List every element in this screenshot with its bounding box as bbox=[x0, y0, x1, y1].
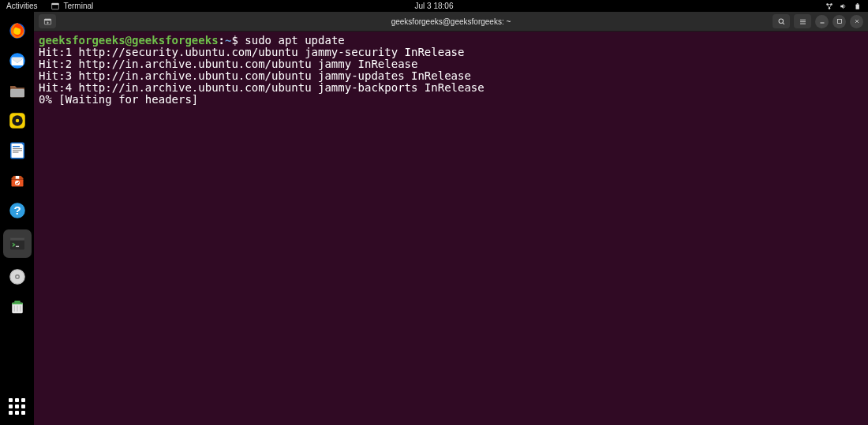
dock-trash[interactable] bbox=[6, 296, 28, 318]
svg-rect-17 bbox=[13, 150, 22, 151]
svg-rect-33 bbox=[14, 301, 21, 303]
dock-files[interactable] bbox=[6, 80, 28, 102]
power-icon bbox=[854, 2, 862, 10]
svg-rect-32 bbox=[12, 303, 23, 304]
dock-terminal[interactable] bbox=[3, 229, 32, 258]
system-tray[interactable] bbox=[825, 2, 862, 10]
svg-rect-26 bbox=[15, 246, 18, 247]
prompt-dollar: $ bbox=[231, 34, 238, 47]
prompt-colon: : bbox=[219, 34, 225, 47]
close-button[interactable] bbox=[850, 15, 863, 28]
svg-rect-39 bbox=[800, 23, 806, 24]
dock-libreoffice-writer[interactable] bbox=[6, 140, 28, 162]
dock-thunderbird[interactable] bbox=[6, 50, 28, 72]
svg-point-21 bbox=[15, 181, 20, 185]
svg-point-12 bbox=[15, 119, 19, 123]
dock-ubuntu-software[interactable] bbox=[6, 170, 28, 192]
svg-point-30 bbox=[16, 276, 18, 278]
clock[interactable]: Jul 3 18:06 bbox=[415, 2, 454, 10]
window-title: geeksforgeeks@geeksforgeeks: ~ bbox=[391, 17, 511, 26]
app-menu-button[interactable]: Terminal bbox=[51, 2, 93, 10]
prompt-user-host: geeksforgeeks@geeksforgeeks bbox=[39, 34, 219, 47]
svg-text:?: ? bbox=[13, 203, 21, 217]
minimize-button[interactable] bbox=[815, 15, 829, 28]
svg-rect-25 bbox=[10, 237, 24, 240]
dock-disk[interactable] bbox=[6, 266, 28, 288]
svg-rect-38 bbox=[800, 21, 806, 22]
gnome-topbar: Activities Terminal Jul 3 18:06 bbox=[0, 0, 868, 12]
status-line: 0% [Waiting for headers] bbox=[39, 93, 198, 106]
svg-point-36 bbox=[779, 19, 784, 24]
terminal-window: geeksforgeeks@geeksforgeeks: ~ geeksforg… bbox=[34, 12, 868, 425]
terminal-content[interactable]: geeksforgeeks@geeksforgeeks:~$ sudo apt … bbox=[34, 32, 868, 425]
svg-rect-37 bbox=[800, 19, 806, 20]
svg-rect-6 bbox=[857, 3, 859, 4]
network-icon bbox=[825, 2, 833, 10]
svg-rect-20 bbox=[15, 176, 19, 179]
svg-rect-35 bbox=[44, 19, 51, 21]
new-tab-button[interactable] bbox=[39, 14, 56, 28]
terminal-titlebar: geeksforgeeks@geeksforgeeks: ~ bbox=[34, 12, 868, 32]
dock: ? bbox=[0, 12, 34, 425]
command-text: sudo apt update bbox=[245, 34, 344, 47]
svg-rect-40 bbox=[820, 23, 824, 24]
show-applications-button[interactable] bbox=[6, 395, 28, 417]
dock-rhythmbox[interactable] bbox=[6, 110, 28, 132]
svg-rect-15 bbox=[13, 146, 20, 147]
search-button[interactable] bbox=[773, 14, 790, 28]
dock-firefox[interactable] bbox=[6, 20, 28, 42]
maximize-button[interactable] bbox=[832, 15, 846, 28]
menu-button[interactable] bbox=[794, 14, 811, 28]
svg-rect-18 bbox=[13, 152, 19, 153]
dock-help[interactable]: ? bbox=[6, 199, 28, 222]
svg-rect-16 bbox=[13, 148, 22, 149]
app-menu-label: Terminal bbox=[63, 2, 93, 10]
output-line-1: Hit:1 http://security.ubuntu.com/ubuntu … bbox=[39, 46, 464, 58]
svg-rect-5 bbox=[856, 4, 859, 9]
activities-button[interactable]: Activities bbox=[6, 2, 37, 10]
svg-rect-1 bbox=[52, 3, 59, 5]
output-line-4: Hit:4 http://in.archive.ubuntu.com/ubunt… bbox=[39, 81, 485, 94]
output-line-3: Hit:3 http://in.archive.ubuntu.com/ubunt… bbox=[39, 69, 471, 82]
volume-icon bbox=[840, 2, 847, 10]
svg-rect-41 bbox=[837, 20, 841, 24]
svg-rect-9 bbox=[10, 89, 24, 98]
output-line-2: Hit:2 http://in.archive.ubuntu.com/ubunt… bbox=[39, 58, 417, 70]
